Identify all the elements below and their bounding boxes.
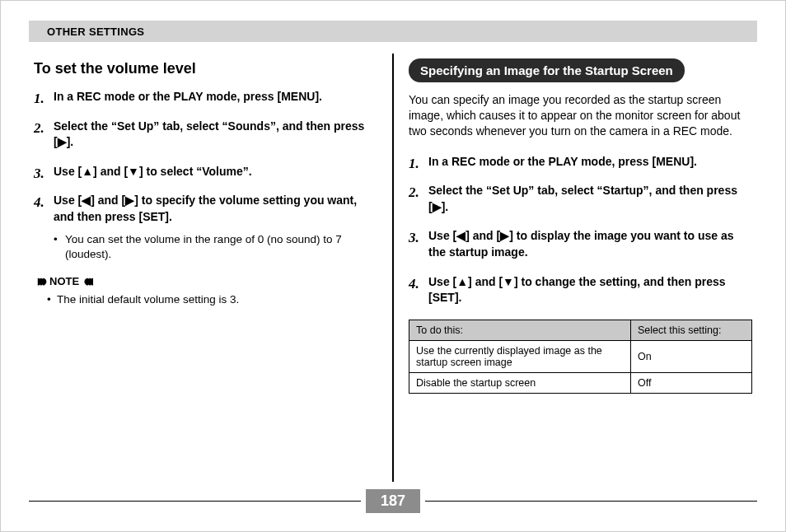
step-3: 3.Use [◀] and [▶] to display the image y… (409, 228, 752, 260)
step-1: 1.In a REC mode or the PLAY mode, press … (34, 89, 377, 105)
section-header-text: OTHER SETTINGS (47, 26, 144, 38)
left-column: To set the volume level 1.In a REC mode … (29, 54, 392, 482)
manual-page: OTHER SETTINGS To set the volume level 1… (0, 0, 786, 532)
table-cell-setting: Off (631, 372, 752, 393)
page-number: 187 (366, 489, 420, 513)
table-row: Use the currently displayed image as the… (409, 340, 752, 372)
right-steps: 1.In a REC mode or the PLAY mode, press … (409, 154, 752, 306)
table-head-action: To do this: (409, 320, 631, 340)
step-2: 2.Select the “Set Up” tab, select “Sound… (34, 119, 377, 151)
section-header: OTHER SETTINGS (29, 21, 757, 42)
table-cell-action: Use the currently displayed image as the… (409, 340, 631, 372)
page-footer: 187 (29, 488, 757, 513)
step-text: Select the “Set Up” tab, select “Startup… (428, 184, 737, 213)
table-head-setting: Select this setting: (631, 320, 752, 340)
step-text: Use [▲] and [▼] to change the setting, a… (428, 275, 726, 305)
note-deco-left-icon: ◗◗◗ (37, 276, 44, 287)
right-column: Specifying an Image for the Startup Scre… (394, 54, 757, 482)
note-label: NOTE (49, 275, 79, 287)
step-2: 2.Select the “Set Up” tab, select “Start… (409, 183, 752, 215)
right-intro: You can specify an image you recorded as… (409, 92, 752, 139)
note-heading: ◗◗◗ NOTE ◖◖◖ (37, 275, 377, 287)
step-text: Use [▲] and [▼] to select “Volume”. (54, 165, 252, 178)
left-steps: 1.In a REC mode or the PLAY mode, press … (34, 89, 377, 262)
step-text: Select the “Set Up” tab, select “Sounds”… (54, 119, 364, 149)
right-pill-heading: Specifying an Image for the Startup Scre… (409, 58, 685, 82)
step-text: Use [◀] and [▶] to specify the volume se… (54, 194, 357, 223)
footer-rule-left (29, 501, 361, 502)
step-text: In a REC mode or the PLAY mode, press [M… (428, 155, 697, 168)
left-title: To set the volume level (34, 60, 377, 77)
note-body: The initial default volume setting is 3. (34, 292, 377, 307)
note-deco-right-icon: ◖◖◖ (84, 276, 91, 287)
step-text: Use [◀] and [▶] to display the image you… (428, 229, 734, 259)
table-cell-setting: On (631, 340, 752, 372)
step-4: 4.Use [◀] and [▶] to specify the volume … (34, 193, 377, 262)
two-column-layout: To set the volume level 1.In a REC mode … (29, 54, 757, 482)
step-4-note: You can set the volume in the range of 0… (54, 232, 377, 262)
step-4: 4.Use [▲] and [▼] to change the setting,… (409, 274, 752, 306)
settings-table: To do this: Select this setting: Use the… (409, 320, 752, 394)
table-cell-action: Disable the startup screen (409, 372, 631, 393)
step-3: 3.Use [▲] and [▼] to select “Volume”. (34, 164, 377, 180)
step-text: In a REC mode or the PLAY mode, press [M… (54, 90, 322, 103)
table-header-row: To do this: Select this setting: (409, 320, 752, 340)
step-1: 1.In a REC mode or the PLAY mode, press … (409, 154, 752, 170)
footer-rule-right (425, 501, 757, 502)
table-row: Disable the startup screen Off (409, 372, 752, 393)
